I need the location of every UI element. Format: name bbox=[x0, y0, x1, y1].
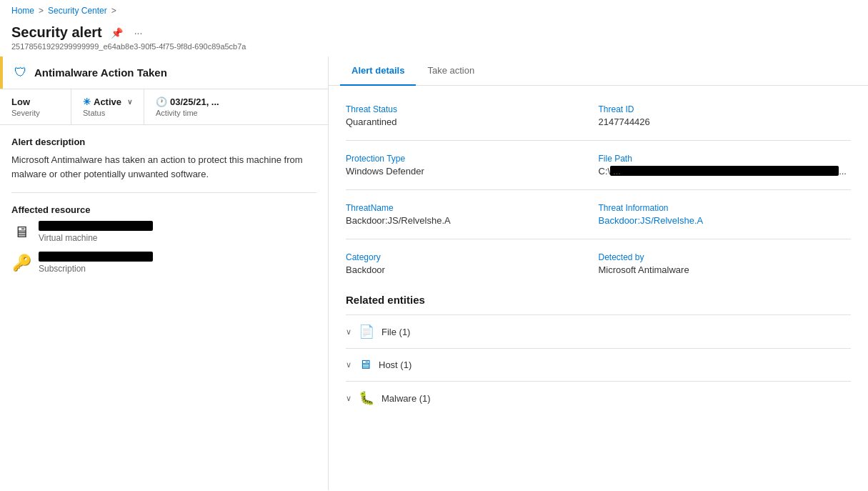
threat-info-value[interactable]: Backdoor:JS/Relvelshe.A bbox=[599, 215, 852, 226]
detected-by-value: Microsoft Antimalware bbox=[599, 264, 852, 275]
protection-type-label: Protection Type bbox=[346, 154, 599, 164]
file-icon: 📄 bbox=[359, 324, 374, 339]
detail-grid-2: Protection Type Windows Defender File Pa… bbox=[346, 147, 851, 184]
spinner-icon: ✳ bbox=[83, 96, 91, 107]
divider-grid3 bbox=[346, 239, 851, 239]
detail-grid-1: Threat Status Quarantined Threat ID 2147… bbox=[346, 97, 851, 134]
detected-by-label: Detected by bbox=[599, 252, 852, 262]
subscription-resource-item: 🔑 Subscription bbox=[11, 252, 316, 274]
activity-meta: 🕐 03/25/21, ... Activity time bbox=[144, 89, 231, 124]
more-options-icon[interactable]: ··· bbox=[131, 26, 146, 40]
host-icon: 🖥 bbox=[359, 357, 371, 372]
activity-label: Activity time bbox=[156, 109, 219, 117]
tab-alert-details[interactable]: Alert details bbox=[340, 56, 416, 86]
alert-header: 🛡 Antimalware Action Taken bbox=[0, 56, 328, 89]
tab-take-action[interactable]: Take action bbox=[416, 56, 486, 86]
related-entities-section: Related entities ∨ 📄 File (1) ∨ 🖥 Host (… bbox=[346, 294, 851, 415]
affected-resource-section: Affected resource 🖥 Virtual machine 🔑 Su… bbox=[0, 193, 328, 294]
description-title: Alert description bbox=[11, 137, 316, 147]
pin-icon[interactable]: 📌 bbox=[108, 26, 126, 40]
threat-id-value: 2147744426 bbox=[599, 116, 852, 127]
file-label: File (1) bbox=[381, 327, 410, 337]
entity-malware-row[interactable]: ∨ 🐛 Malware (1) bbox=[346, 381, 851, 415]
entity-host-row[interactable]: ∨ 🖥 Host (1) bbox=[346, 348, 851, 381]
description-text: Microsoft Antimalware has taken an actio… bbox=[11, 153, 316, 181]
vm-name-redacted bbox=[39, 221, 153, 231]
threat-name-label: ThreatName bbox=[346, 203, 599, 213]
status-chevron-icon[interactable]: ∨ bbox=[127, 98, 132, 106]
main-layout: 🛡 Antimalware Action Taken Low Severity … bbox=[0, 56, 868, 490]
divider-grid1 bbox=[346, 140, 851, 141]
detail-grid-3: ThreatName Backdoor:JS/Relvelshe.A Threa… bbox=[346, 196, 851, 233]
severity-value: Low bbox=[11, 96, 59, 107]
protection-type-value: Windows Defender bbox=[346, 166, 599, 177]
malware-icon: 🐛 bbox=[359, 390, 374, 406]
entity-file-row[interactable]: ∨ 📄 File (1) bbox=[346, 314, 851, 348]
breadcrumb: Home > Security Center > bbox=[0, 0, 868, 21]
category-value: Backdoor bbox=[346, 264, 599, 275]
severity-meta: Low Severity bbox=[0, 89, 71, 124]
tabs: Alert details Take action bbox=[329, 56, 868, 86]
threat-name-cell: ThreatName Backdoor:JS/Relvelshe.A bbox=[346, 196, 599, 233]
related-entities-title: Related entities bbox=[346, 294, 851, 306]
file-path-value: C:\... bbox=[599, 166, 852, 177]
subscription-name-redacted bbox=[39, 252, 153, 262]
detected-by-cell: Detected by Microsoft Antimalware bbox=[599, 245, 852, 282]
file-path-cell: File Path C:\... bbox=[599, 147, 852, 184]
severity-label: Severity bbox=[11, 109, 59, 117]
file-path-redacted bbox=[610, 166, 839, 176]
threat-status-value: Quarantined bbox=[346, 116, 599, 127]
vm-resource-item: 🖥 Virtual machine bbox=[11, 221, 316, 243]
affected-title: Affected resource bbox=[11, 204, 316, 215]
details-content: Threat Status Quarantined Threat ID 2147… bbox=[329, 86, 868, 426]
key-icon: 🔑 bbox=[11, 254, 31, 272]
alert-meta: Low Severity ✳ Active ∨ Status 🕐 03/25/2… bbox=[0, 89, 328, 125]
protection-type-cell: Protection Type Windows Defender bbox=[346, 147, 599, 184]
breadcrumb-sep2: > bbox=[111, 6, 116, 16]
threat-info-cell: Threat Information Backdoor:JS/Relvelshe… bbox=[599, 196, 852, 233]
threat-status-label: Threat Status bbox=[346, 104, 599, 114]
page-subtitle: 25178561929299999999_e64ab8e3-90f5-4f75-… bbox=[11, 42, 857, 51]
threat-id-label: Threat ID bbox=[599, 104, 852, 114]
detail-grid-4: Category Backdoor Detected by Microsoft … bbox=[346, 245, 851, 282]
status-meta[interactable]: ✳ Active ∨ Status bbox=[71, 89, 144, 124]
vm-icon: 🖥 bbox=[11, 223, 31, 242]
breadcrumb-sep1: > bbox=[39, 6, 44, 16]
page-header: Security alert 📌 ··· 2517856192929999999… bbox=[0, 21, 868, 56]
activity-value: 🕐 03/25/21, ... bbox=[156, 96, 219, 107]
malware-chevron-icon: ∨ bbox=[346, 394, 351, 403]
clock-icon: 🕐 bbox=[156, 96, 167, 107]
right-panel: Alert details Take action Threat Status … bbox=[329, 56, 868, 490]
status-value: ✳ Active ∨ bbox=[83, 96, 132, 107]
breadcrumb-home[interactable]: Home bbox=[11, 6, 34, 16]
threat-id-cell: Threat ID 2147744426 bbox=[599, 97, 852, 134]
threat-name-value: Backdoor:JS/Relvelshe.A bbox=[346, 215, 599, 226]
shield-icon: 🛡 bbox=[14, 65, 27, 80]
left-panel: 🛡 Antimalware Action Taken Low Severity … bbox=[0, 56, 329, 490]
page-title: Security alert bbox=[11, 24, 102, 41]
file-path-label: File Path bbox=[599, 154, 852, 164]
status-label: Status bbox=[83, 109, 132, 117]
threat-info-label: Threat Information bbox=[599, 203, 852, 213]
alert-title: Antimalware Action Taken bbox=[34, 66, 167, 79]
threat-status-cell: Threat Status Quarantined bbox=[346, 97, 599, 134]
host-label: Host (1) bbox=[379, 359, 411, 370]
category-cell: Category Backdoor bbox=[346, 245, 599, 282]
category-label: Category bbox=[346, 252, 599, 262]
subscription-type: Subscription bbox=[39, 264, 153, 274]
divider-grid2 bbox=[346, 189, 851, 190]
host-chevron-icon: ∨ bbox=[346, 360, 351, 370]
vm-type: Virtual machine bbox=[39, 233, 153, 243]
malware-label: Malware (1) bbox=[381, 393, 431, 404]
breadcrumb-security-center[interactable]: Security Center bbox=[48, 6, 107, 16]
alert-description-section: Alert description Microsoft Antimalware … bbox=[0, 125, 328, 192]
file-chevron-icon: ∨ bbox=[346, 327, 351, 337]
